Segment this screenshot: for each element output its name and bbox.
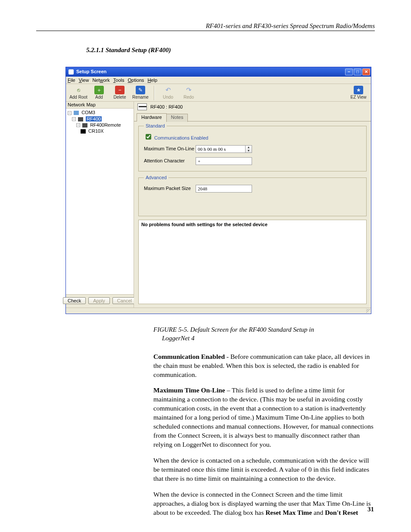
attn-input[interactable]: [196, 157, 252, 165]
spinner-up-icon[interactable]: ▲: [246, 146, 252, 149]
ezview-icon: ★: [354, 86, 363, 94]
term-comm-enabled: Communication Enabled: [153, 353, 225, 360]
collapse-icon[interactable]: −: [68, 111, 72, 115]
titlebar: Setup Screen – □ ✕: [66, 67, 371, 77]
tabs: Hardware Notes: [134, 113, 371, 121]
para-dialog-c: and: [312, 509, 325, 516]
close-button[interactable]: ✕: [362, 68, 370, 75]
left-buttons: Check Apply Cancel: [66, 294, 134, 308]
menu-file[interactable]: File: [68, 78, 75, 83]
minimize-button[interactable]: –: [345, 68, 353, 75]
network-tree[interactable]: − COM3 − RF400 −: [66, 109, 134, 294]
menu-view[interactable]: View: [79, 78, 89, 83]
addroot-icon: ⎋: [74, 86, 83, 94]
addroot-label: Add Root: [69, 95, 87, 100]
menu-network[interactable]: Network: [92, 78, 109, 83]
ezview-label: EZ View: [350, 95, 366, 100]
right-pane: RF400 : RF400 Hardware Notes Standard Co…: [134, 102, 371, 308]
rename-label: Rename: [132, 95, 149, 100]
tree-node-rf400remote[interactable]: − RF400Remote CR10X: [76, 122, 133, 135]
device-title: RF400 : RF400: [150, 104, 183, 110]
logger-icon: [81, 129, 86, 134]
addroot-button[interactable]: ⎋ Add Root: [68, 86, 88, 100]
device-icon: [82, 123, 87, 128]
tree-label-com3: COM3: [81, 110, 95, 115]
tab-hardware[interactable]: Hardware: [137, 113, 167, 121]
undo-icon: ↶: [163, 86, 173, 94]
undo-label: Undo: [163, 95, 173, 100]
standard-group: Standard Communications Enabled Maximum …: [138, 123, 367, 171]
para-comm-enabled: Communication Enabled - Before communica…: [153, 352, 375, 380]
term-max-time: Maximum Time On-Line: [153, 386, 225, 394]
figure-caption: FIGURE 5-5. Default Screen for the RF400…: [153, 325, 339, 343]
tree-node-rf400[interactable]: − RF400 − RF400Remote: [72, 116, 133, 136]
app-icon: [68, 69, 74, 75]
apply-button[interactable]: Apply: [88, 297, 110, 304]
comm-enabled-checkbox[interactable]: [146, 134, 151, 140]
tree-label-rf400: RF400: [86, 116, 102, 121]
device-header-icon: [137, 103, 147, 110]
statusbar: [66, 308, 371, 314]
status-pane: No problems found with settings for the …: [138, 220, 367, 304]
para-max-time: Maximum Time On-Line – This field is use…: [153, 386, 375, 449]
maximize-button[interactable]: □: [354, 68, 361, 75]
para-schedule: When the device is contacted on a schedu…: [153, 456, 375, 483]
advanced-group: Advanced Maximum Packet Size: [138, 175, 367, 216]
para-max-time-text: – This field is used to define a time li…: [153, 386, 374, 448]
tab-notes[interactable]: Notes: [166, 114, 188, 122]
redo-icon: ↷: [184, 86, 193, 94]
spinner-down-icon[interactable]: ▼: [246, 149, 252, 152]
collapse-icon[interactable]: −: [76, 123, 80, 127]
rename-button[interactable]: ✎ Rename: [131, 86, 150, 100]
setup-screen-window: Setup Screen – □ ✕ File View Network Too…: [65, 67, 371, 314]
figure-caption-line1: FIGURE 5-5. Default Screen for the RF400…: [153, 326, 314, 333]
tree-node-com3[interactable]: − COM3 − RF400 −: [68, 109, 133, 136]
advanced-legend: Advanced: [144, 175, 168, 180]
max-time-label: Maximum Time On-Line: [144, 146, 196, 152]
max-time-input[interactable]: [196, 145, 246, 153]
term-dont-reset: Don't Reset: [325, 509, 358, 516]
tree-label-cr10x: CR10X: [88, 128, 103, 134]
redo-label: Redo: [184, 95, 194, 100]
menu-options[interactable]: Options: [128, 78, 144, 83]
menu-tools[interactable]: Tools: [113, 78, 125, 83]
window-title: Setup Screen: [76, 69, 106, 75]
running-head: RF401-series and RF430-series Spread Spe…: [36, 22, 375, 31]
delete-label: Delete: [114, 95, 126, 100]
toolbar: ⎋ Add Root ＋ Add − Delete ✎ Rename ↶ Und…: [66, 84, 371, 102]
comport-icon: [74, 111, 79, 115]
section-heading: 5.2.1.1 Standard Setup (RF400): [86, 47, 375, 54]
tree-label-rf400remote: RF400Remote: [90, 122, 121, 128]
menubar: File View Network Tools Options Help: [66, 77, 371, 84]
term-reset: Reset Max Time: [265, 509, 312, 516]
tree-node-cr10x[interactable]: CR10X: [81, 128, 133, 134]
collapse-icon[interactable]: −: [72, 117, 76, 121]
para-dialog: When the device is connected in the Conn…: [153, 490, 375, 517]
max-packet-input[interactable]: [196, 185, 252, 193]
status-text: No problems found with settings for the …: [141, 222, 268, 227]
menu-help[interactable]: Help: [147, 78, 157, 83]
comm-enabled-label: Communications Enabled: [154, 135, 208, 140]
delete-icon: −: [115, 86, 125, 94]
add-button[interactable]: ＋ Add: [89, 86, 109, 100]
undo-button[interactable]: ↶ Undo: [158, 86, 178, 100]
rename-icon: ✎: [136, 86, 145, 94]
add-icon: ＋: [94, 86, 104, 94]
ezview-button[interactable]: ★ EZ View: [349, 86, 368, 100]
max-packet-label: Maximum Packet Size: [144, 186, 196, 191]
tree-label: Network Map: [66, 102, 134, 109]
page-number: 31: [367, 506, 374, 513]
cancel-button[interactable]: Cancel: [112, 297, 137, 304]
max-time-spinner[interactable]: ▲ ▼: [196, 145, 252, 153]
left-pane: Network Map − COM3 − RF400: [66, 102, 134, 308]
redo-button[interactable]: ↷ Redo: [179, 86, 199, 100]
attn-label: Attention Character: [144, 158, 196, 164]
add-label: Add: [95, 95, 103, 100]
standard-legend: Standard: [144, 123, 167, 129]
delete-button[interactable]: − Delete: [110, 86, 130, 100]
device-icon: [78, 117, 83, 121]
figure-caption-line2: LoggerNet 4: [153, 335, 194, 342]
check-button[interactable]: Check: [63, 297, 86, 304]
